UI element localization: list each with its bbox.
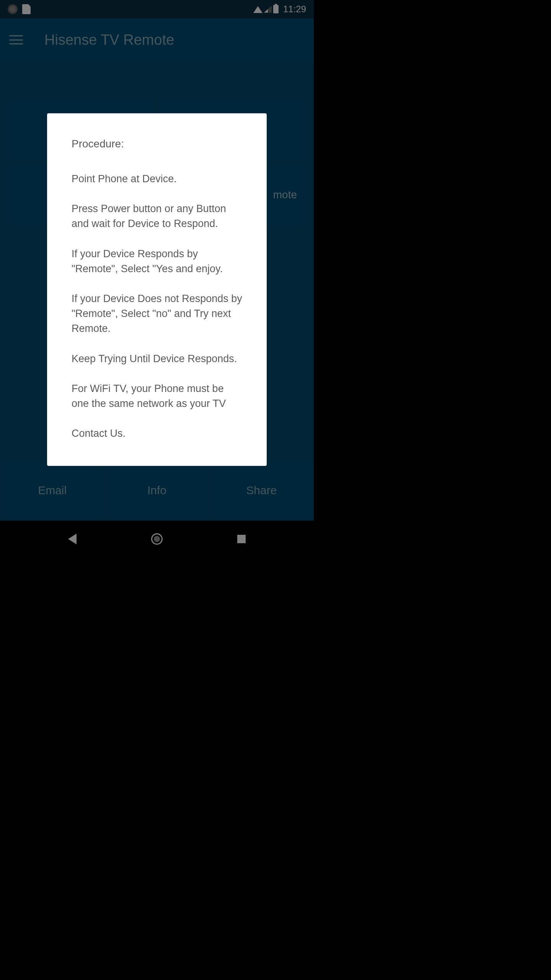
dialog-title: Procedure: (72, 138, 242, 150)
procedure-dialog: Procedure: Point Phone at Device. Press … (47, 113, 267, 466)
dialog-body: Point Phone at Device. Press Power butto… (72, 172, 242, 441)
